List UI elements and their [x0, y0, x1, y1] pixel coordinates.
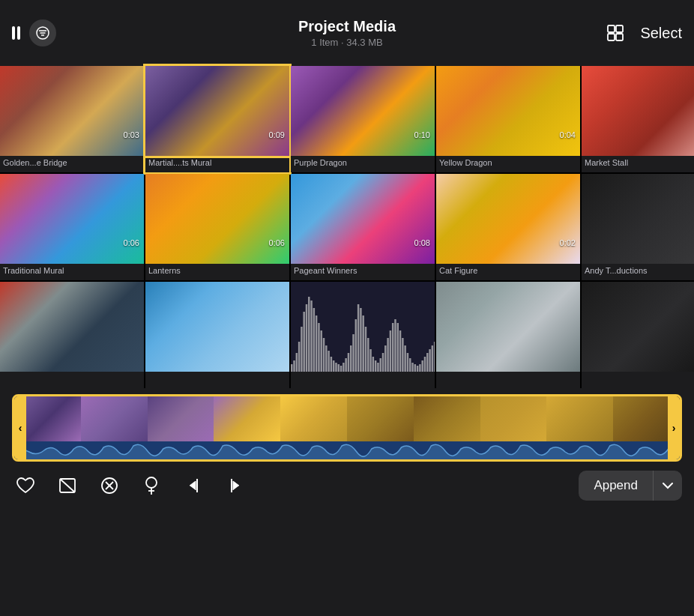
- svg-rect-31: [348, 353, 349, 372]
- media-item-yellow-dragon[interactable]: 0:04Yellow Dragon: [436, 66, 580, 172]
- svg-rect-30: [345, 358, 346, 372]
- svg-rect-61: [421, 360, 423, 372]
- mark-in-button[interactable]: [180, 472, 207, 499]
- svg-rect-36: [360, 308, 361, 372]
- media-item-bridge2[interactable]: [0, 282, 144, 388]
- filter-button[interactable]: [29, 19, 56, 46]
- append-button[interactable]: Append: [579, 471, 653, 501]
- header-right-controls: Select: [604, 22, 682, 44]
- favorite-button[interactable]: [12, 472, 39, 499]
- media-item-cat-figure[interactable]: 0:02Cat Figure: [436, 174, 580, 280]
- label-traditional-mural: Traditional Mural: [0, 264, 144, 280]
- mark-out-button[interactable]: [222, 472, 249, 499]
- reject-icon: [100, 476, 119, 495]
- append-dropdown-button[interactable]: [653, 471, 682, 501]
- svg-rect-48: [390, 330, 391, 372]
- reject-button[interactable]: [96, 472, 123, 499]
- duration-traditional-mural: 0:06: [124, 238, 139, 247]
- svg-rect-28: [340, 366, 342, 372]
- svg-rect-46: [384, 345, 386, 372]
- filter-icon: [36, 26, 49, 40]
- favorite-icon: [16, 477, 35, 495]
- thumb-dark: [582, 282, 694, 372]
- media-grid: 0:03Golden...e Bridge0:09Martial....ts M…: [0, 66, 694, 388]
- duration-cat-figure: 0:02: [560, 238, 576, 247]
- timeline-section: ‹ ›: [0, 388, 694, 462]
- svg-rect-35: [357, 304, 359, 372]
- label-pageant-winners: Pageant Winners: [291, 264, 435, 280]
- project-subtitle: 1 Item · 34.3 MB: [298, 37, 396, 48]
- media-item-martial-mural[interactable]: 0:09Martial....ts Mural: [145, 66, 289, 172]
- svg-rect-4: [608, 25, 615, 32]
- svg-rect-8: [291, 364, 292, 372]
- svg-rect-23: [328, 351, 329, 372]
- svg-rect-62: [424, 357, 426, 372]
- hide-button[interactable]: [54, 472, 81, 499]
- timeline-handle-left[interactable]: ‹: [14, 396, 26, 459]
- svg-rect-40: [369, 349, 371, 372]
- svg-rect-15: [308, 297, 310, 372]
- svg-rect-17: [313, 308, 315, 372]
- thumb-aerial: [145, 282, 289, 372]
- hide-icon: [58, 477, 77, 495]
- svg-rect-57: [411, 363, 413, 372]
- svg-rect-60: [419, 364, 420, 372]
- svg-rect-18: [316, 315, 317, 372]
- label-purple-dragon: Purple Dragon: [291, 156, 435, 172]
- frame-9: [546, 396, 613, 441]
- keyword-icon: [143, 475, 160, 496]
- svg-rect-38: [365, 327, 366, 372]
- media-item-pageant-winners[interactable]: 0:08Pageant Winners: [291, 174, 435, 280]
- timeline-strip[interactable]: ‹ ›: [12, 394, 682, 462]
- svg-rect-45: [382, 353, 384, 372]
- media-item-traditional-mural[interactable]: 0:06Traditional Mural: [0, 174, 144, 280]
- timeline-frames: [14, 396, 680, 441]
- media-item-aerial[interactable]: [145, 282, 289, 388]
- grid-view-button[interactable]: [604, 22, 627, 44]
- media-item-andy-productions[interactable]: 0:02Andy T...ductions: [582, 174, 694, 280]
- frame-8: [480, 396, 547, 441]
- label-andy-productions: Andy T...ductions: [582, 264, 694, 280]
- frame-6: [347, 396, 414, 441]
- svg-rect-12: [301, 327, 302, 372]
- thumb-waveform: [291, 282, 435, 372]
- media-item-dark[interactable]: [582, 282, 694, 388]
- svg-rect-9: [293, 360, 295, 372]
- frame-3: [148, 396, 214, 441]
- svg-rect-16: [310, 301, 312, 372]
- media-item-purple-dragon[interactable]: 0:10Purple Dragon: [291, 66, 435, 172]
- thumb-lanterns: 0:06: [145, 174, 289, 264]
- thumb-bridge2: [0, 282, 144, 372]
- media-item-lanterns[interactable]: 0:06Lanterns: [145, 174, 289, 280]
- svg-rect-39: [367, 338, 369, 372]
- media-item-market-stall[interactable]: 0:02Market Stall: [582, 66, 694, 172]
- svg-rect-21: [323, 338, 325, 372]
- svg-rect-44: [379, 358, 381, 372]
- media-item-building[interactable]: [436, 282, 580, 388]
- label-aerial: [145, 372, 289, 388]
- media-item-waveform[interactable]: [291, 282, 435, 388]
- duration-yellow-dragon: 0:04: [560, 130, 576, 139]
- svg-rect-11: [298, 342, 300, 372]
- toolbar-left: [12, 472, 249, 499]
- toolbar-right: Append: [579, 471, 682, 501]
- svg-rect-32: [350, 345, 351, 372]
- chevron-down-icon: [663, 482, 673, 489]
- label-martial-mural: Martial....ts Mural: [145, 156, 289, 172]
- svg-rect-53: [402, 338, 403, 372]
- svg-rect-13: [303, 312, 304, 372]
- svg-rect-43: [377, 363, 378, 372]
- grid-icon: [606, 23, 625, 43]
- keyword-button[interactable]: [138, 472, 165, 499]
- svg-rect-65: [432, 345, 433, 372]
- media-item-golden-bridge[interactable]: 0:03Golden...e Bridge: [0, 66, 144, 172]
- svg-rect-63: [426, 353, 428, 372]
- svg-rect-47: [387, 338, 388, 372]
- svg-rect-29: [343, 363, 344, 372]
- pause-button[interactable]: [12, 26, 20, 40]
- audio-waveform: [14, 441, 680, 462]
- select-button[interactable]: Select: [640, 25, 682, 42]
- svg-rect-14: [306, 304, 307, 372]
- mark-out-icon: [226, 476, 245, 495]
- timeline-handle-right[interactable]: ›: [668, 396, 680, 459]
